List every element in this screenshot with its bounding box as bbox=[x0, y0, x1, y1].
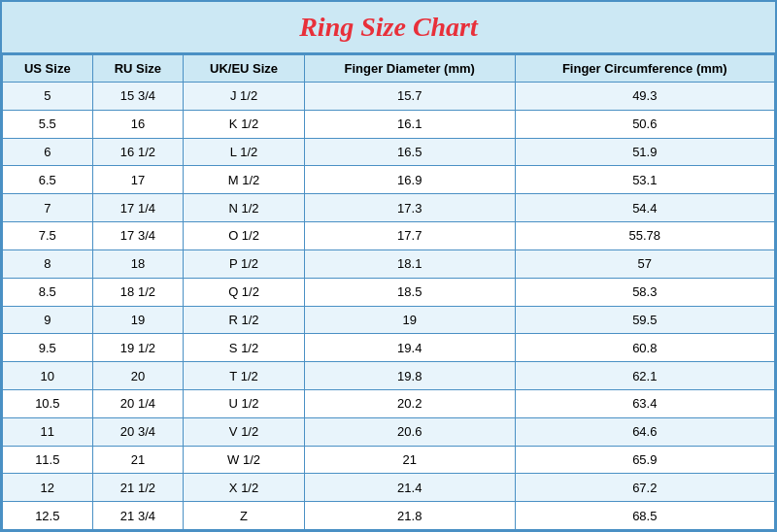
table-row: 6.517M 1/216.953.1 bbox=[3, 166, 775, 194]
table-cell: 20 1/4 bbox=[92, 389, 184, 417]
page-title: Ring Size Chart bbox=[2, 12, 775, 43]
table-cell: 17 bbox=[92, 166, 184, 194]
table-row: 1221 1/2X 1/221.467.2 bbox=[3, 474, 775, 502]
table-cell: 8 bbox=[3, 249, 93, 278]
table-cell: 21.8 bbox=[304, 502, 515, 530]
table-header-cell: RU Size bbox=[92, 55, 184, 83]
table-cell: 19 1/2 bbox=[92, 334, 184, 362]
table-cell: 68.5 bbox=[515, 502, 774, 530]
table-cell: 16.1 bbox=[304, 110, 515, 138]
table-cell: 18 bbox=[92, 249, 184, 278]
table-cell: 16 1/2 bbox=[92, 138, 184, 166]
table-cell: 18 1/2 bbox=[92, 278, 184, 306]
table-cell: 5 bbox=[3, 83, 93, 111]
table-cell: M 1/2 bbox=[184, 166, 305, 194]
table-cell: 57 bbox=[515, 249, 774, 278]
table-cell: 11 bbox=[3, 417, 93, 446]
table-cell: 53.1 bbox=[515, 166, 774, 194]
table-cell: 67.2 bbox=[515, 474, 774, 502]
table-cell: 21 1/2 bbox=[92, 474, 184, 502]
table-cell: 64.6 bbox=[515, 417, 774, 446]
table-header-row: US SizeRU SizeUK/EU SizeFinger Diameter … bbox=[3, 55, 775, 83]
table-cell: 54.4 bbox=[515, 194, 774, 222]
table-row: 717 1/4N 1/217.354.4 bbox=[3, 194, 775, 222]
table-cell: 20.6 bbox=[304, 417, 515, 446]
table-cell: 19.4 bbox=[304, 334, 515, 362]
title-row: Ring Size Chart bbox=[2, 2, 775, 54]
table-header-cell: Finger Diameter (mm) bbox=[304, 55, 515, 83]
table-row: 1020T 1/219.862.1 bbox=[3, 362, 775, 390]
table-cell: 5.5 bbox=[3, 110, 93, 138]
table-cell: 62.1 bbox=[515, 362, 774, 390]
table-header-cell: UK/EU Size bbox=[184, 55, 305, 83]
table-cell: 17.7 bbox=[304, 222, 515, 250]
table-cell: 17.3 bbox=[304, 194, 515, 222]
table-cell: P 1/2 bbox=[184, 249, 305, 278]
table-cell: 16.5 bbox=[304, 138, 515, 166]
table-cell: 9 bbox=[3, 306, 93, 334]
table-cell: W 1/2 bbox=[184, 446, 305, 474]
table-cell: 20 3/4 bbox=[92, 417, 184, 446]
table-cell: X 1/2 bbox=[184, 474, 305, 502]
table-cell: J 1/2 bbox=[184, 83, 305, 111]
table-row: 818P 1/218.157 bbox=[3, 249, 775, 278]
table-cell: 21 bbox=[92, 446, 184, 474]
table-cell: 63.4 bbox=[515, 389, 774, 417]
ring-size-table: US SizeRU SizeUK/EU SizeFinger Diameter … bbox=[2, 54, 775, 530]
table-cell: 11.5 bbox=[3, 446, 93, 474]
page-wrapper: Ring Size Chart US SizeRU SizeUK/EU Size… bbox=[0, 0, 777, 532]
table-cell: 15 3/4 bbox=[92, 83, 184, 111]
table-cell: 21 3/4 bbox=[92, 502, 184, 530]
table-cell: U 1/2 bbox=[184, 389, 305, 417]
table-cell: L 1/2 bbox=[184, 138, 305, 166]
table-cell: 59.5 bbox=[515, 306, 774, 334]
table-cell: 18.1 bbox=[304, 249, 515, 278]
table-cell: 10 bbox=[3, 362, 93, 390]
table-row: 1120 3/4V 1/220.664.6 bbox=[3, 417, 775, 446]
table-cell: 55.78 bbox=[515, 222, 774, 250]
table-cell: 21 bbox=[304, 446, 515, 474]
table-cell: T 1/2 bbox=[184, 362, 305, 390]
table-row: 919R 1/21959.5 bbox=[3, 306, 775, 334]
table-row: 12.521 3/4Z21.868.5 bbox=[3, 502, 775, 530]
table-cell: 21.4 bbox=[304, 474, 515, 502]
table-row: 5.516K 1/216.150.6 bbox=[3, 110, 775, 138]
table-cell: 12.5 bbox=[3, 502, 93, 530]
table-cell: 16 bbox=[92, 110, 184, 138]
table-cell: 7 bbox=[3, 194, 93, 222]
table-cell: O 1/2 bbox=[184, 222, 305, 250]
table-cell: 20 bbox=[92, 362, 184, 390]
table-cell: 6 bbox=[3, 138, 93, 166]
table-cell: 65.9 bbox=[515, 446, 774, 474]
table-cell: 9.5 bbox=[3, 334, 93, 362]
table-cell: 7.5 bbox=[3, 222, 93, 250]
table-cell: 49.3 bbox=[515, 83, 774, 111]
table-cell: K 1/2 bbox=[184, 110, 305, 138]
table-cell: R 1/2 bbox=[184, 306, 305, 334]
table-cell: 19 bbox=[304, 306, 515, 334]
table-cell: 19.8 bbox=[304, 362, 515, 390]
table-row: 11.521W 1/22165.9 bbox=[3, 446, 775, 474]
table-cell: 17 3/4 bbox=[92, 222, 184, 250]
table-row: 7.517 3/4O 1/217.755.78 bbox=[3, 222, 775, 250]
table-row: 8.518 1/2Q 1/218.558.3 bbox=[3, 278, 775, 306]
table-row: 616 1/2L 1/216.551.9 bbox=[3, 138, 775, 166]
table-header-cell: Finger Circumference (mm) bbox=[515, 55, 774, 83]
table-cell: 58.3 bbox=[515, 278, 774, 306]
table-cell: Q 1/2 bbox=[184, 278, 305, 306]
table-cell: 15.7 bbox=[304, 83, 515, 111]
table-cell: 19 bbox=[92, 306, 184, 334]
table-cell: 6.5 bbox=[3, 166, 93, 194]
table-cell: Z bbox=[184, 502, 305, 530]
table-header-cell: US Size bbox=[3, 55, 93, 83]
table-cell: 18.5 bbox=[304, 278, 515, 306]
table-row: 515 3/4J 1/215.749.3 bbox=[3, 83, 775, 111]
table-cell: 50.6 bbox=[515, 110, 774, 138]
table-cell: 8.5 bbox=[3, 278, 93, 306]
table-cell: N 1/2 bbox=[184, 194, 305, 222]
table-cell: 20.2 bbox=[304, 389, 515, 417]
table-cell: 17 1/4 bbox=[92, 194, 184, 222]
table-cell: 16.9 bbox=[304, 166, 515, 194]
table-row: 9.519 1/2S 1/219.460.8 bbox=[3, 334, 775, 362]
table-cell: 60.8 bbox=[515, 334, 774, 362]
